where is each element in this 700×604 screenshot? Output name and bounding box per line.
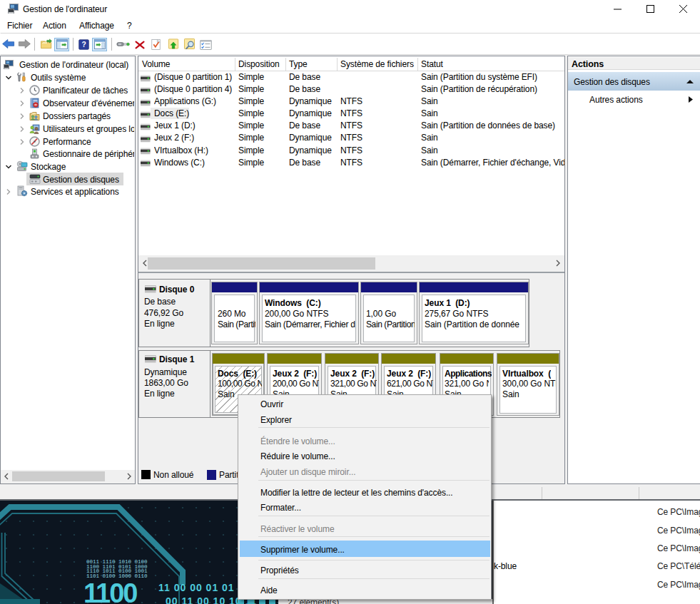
svg-text:?: ? [81, 41, 86, 48]
